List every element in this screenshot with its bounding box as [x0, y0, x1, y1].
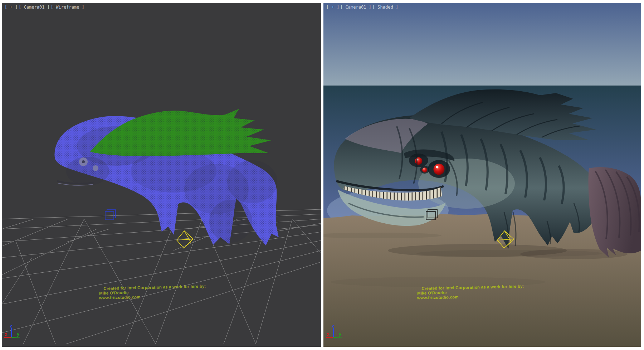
- z-axis-label: z: [332, 324, 334, 329]
- fish-eye-right-highlight: [436, 166, 439, 169]
- fish-eye-spot-small: [93, 165, 98, 171]
- fish-eye-right: [434, 164, 445, 175]
- viewport-menu-left: [ + ][ Camera01 ][ Wireframe ]: [5, 5, 86, 10]
- fish-eye-left: [415, 157, 423, 165]
- y-axis-line: [11, 337, 20, 337]
- y-axis-label: y: [17, 332, 19, 337]
- viewport-shading-menu[interactable]: [ Shaded ]: [372, 5, 398, 10]
- viewport-pov-menu[interactable]: [ Camera01 ]: [340, 5, 371, 10]
- y-axis-label: y: [339, 332, 341, 337]
- sky-background: [323, 3, 641, 86]
- x-axis-label: x: [5, 332, 7, 337]
- y-axis-line: [333, 337, 342, 337]
- box-helper[interactable]: [105, 210, 116, 220]
- viewport-general-menu[interactable]: [ + ]: [326, 5, 339, 10]
- axis-tripod: x y z: [4, 324, 20, 337]
- fish-eye-middle-highlight: [423, 168, 425, 170]
- viewport-menu-right: [ + ][ Camera01 ][ Shaded ]: [326, 5, 399, 10]
- x-axis-label: x: [327, 332, 329, 337]
- z-axis-label: z: [10, 324, 12, 329]
- fish-eye-pupil: [82, 160, 85, 163]
- viewport-shading-menu[interactable]: [ Wireframe ]: [51, 5, 84, 10]
- dorsal-fin-stipple: [90, 109, 271, 156]
- viewport-wireframe[interactable]: x y z [ + ][ Camera01 ][ Wireframe ] Cre…: [2, 3, 321, 347]
- credit-text-overlay: Created for Intel Corporation as a work …: [417, 284, 524, 301]
- viewport-pov-menu[interactable]: [ Camera01 ]: [19, 5, 50, 10]
- viewport-shaded[interactable]: x y z [ + ][ Camera01 ][ Shaded ] Create…: [323, 3, 641, 347]
- credit-text-overlay: Created for Intel Corporation as a work …: [99, 284, 206, 301]
- fish-eye-middle: [422, 167, 427, 172]
- viewport-general-menu[interactable]: [ + ]: [5, 5, 18, 10]
